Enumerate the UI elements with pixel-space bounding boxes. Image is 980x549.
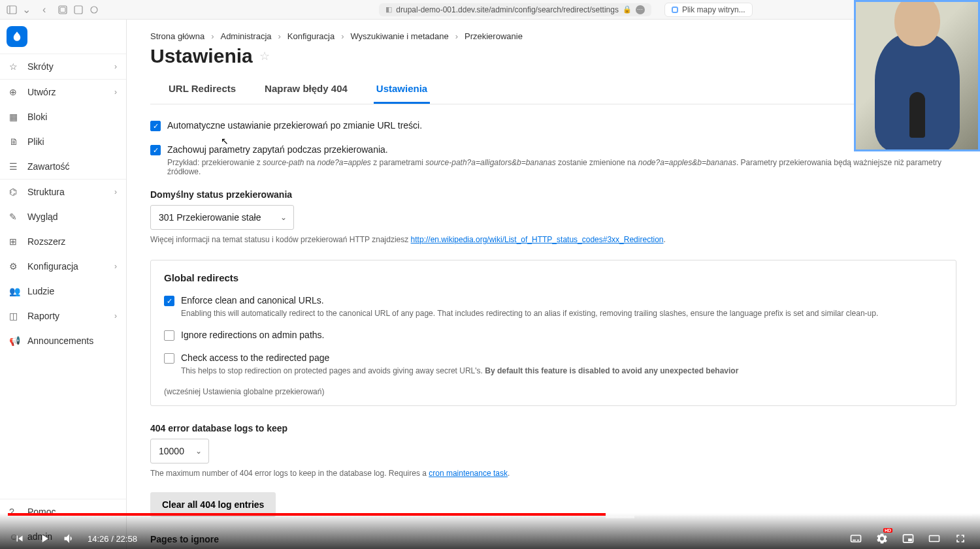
settings-icon[interactable]: HD — [875, 532, 889, 545]
sitemap-link[interactable]: Plik mapy witryn... — [664, 3, 753, 17]
check-access-checkbox[interactable] — [164, 353, 174, 364]
svg-rect-4 — [74, 6, 82, 14]
chevron-down-icon: ⌄ — [280, 213, 287, 222]
window-icon[interactable] — [73, 5, 84, 15]
keep-params-checkbox[interactable]: ✓ — [150, 145, 161, 155]
video-time: 14:26 / 22:58 — [88, 534, 137, 544]
chart-icon: ◫ — [9, 311, 20, 321]
sidebar-item-announcements[interactable]: 📢Announcements — [0, 328, 126, 353]
svg-point-5 — [91, 7, 97, 13]
megaphone-icon: 📢 — [9, 336, 20, 346]
captions-icon[interactable] — [849, 532, 862, 545]
auto-redirect-label: Automatyczne ustawianie przekierowań po … — [167, 120, 422, 131]
logs-keep-select[interactable]: 10000 ⌄ — [150, 439, 209, 463]
global-redirects-fieldset: Global redirects ✓ Enforce clean and can… — [150, 260, 956, 406]
video-player-controls: 14:26 / 22:58 HD — [0, 513, 980, 549]
chevron-right-icon: › — [114, 262, 117, 271]
svg-rect-6 — [851, 535, 861, 542]
global-redirects-title: Global redirects — [164, 272, 943, 283]
video-progress-bar[interactable] — [8, 513, 972, 516]
chevron-right-icon: › — [114, 62, 117, 71]
lock-icon: 🔒 — [623, 5, 632, 14]
clean-urls-checkbox[interactable]: ✓ — [164, 296, 174, 306]
svg-rect-11 — [930, 536, 939, 542]
cron-link[interactable]: cron maintenance task — [429, 469, 508, 478]
default-status-help: Więcej informacji na temat statusu i kod… — [150, 235, 956, 244]
tab-fix-404[interactable]: Napraw błędy 404 — [262, 75, 350, 104]
fullscreen-icon[interactable] — [954, 532, 967, 545]
puzzle-icon: ⊞ — [9, 236, 20, 247]
keep-params-label: Zachowuj parametry zapytań podczas przek… — [167, 144, 388, 155]
breadcrumb: Strona główna› Administracja› Konfigurac… — [150, 31, 956, 41]
global-redirects-footer: (wcześniej Ustawienia globalne przekiero… — [164, 387, 943, 396]
sidebar-item-people[interactable]: 👥Ludzie — [0, 279, 126, 304]
chevron-right-icon: › — [114, 187, 117, 196]
sliders-icon: ⚙ — [9, 261, 20, 272]
back-icon[interactable]: ‹ — [42, 4, 46, 16]
check-access-help: This helps to stop redirection on protec… — [181, 366, 943, 375]
play-icon[interactable] — [38, 532, 51, 545]
sidebar-item-shortcuts[interactable]: ☆Skróty› — [0, 54, 126, 79]
svg-rect-3 — [60, 7, 65, 12]
drupal-logo[interactable] — [7, 26, 27, 47]
miniplayer-icon[interactable] — [902, 532, 915, 545]
sidebar-item-structure[interactable]: ⌬Struktura› — [0, 180, 126, 204]
file-icon: 🗎 — [9, 136, 20, 147]
sidebar-item-blocks[interactable]: ▦Bloki — [0, 104, 126, 129]
site-info-icon: ◧ — [385, 5, 392, 14]
default-status-label: Domyślny status przekierowania — [150, 189, 956, 200]
auto-redirect-checkbox[interactable]: ✓ — [150, 121, 161, 131]
sidebar-item-extend[interactable]: ⊞Rozszerz — [0, 229, 126, 254]
sidebar-item-appearance[interactable]: ✎Wygląd — [0, 204, 126, 229]
clean-urls-help: Enabling this will automatically redirec… — [181, 309, 943, 318]
main-content: Strona główna› Administracja› Konfigurac… — [127, 20, 980, 549]
volume-icon[interactable] — [63, 532, 76, 545]
svg-rect-7 — [853, 540, 856, 541]
previous-icon[interactable] — [13, 532, 26, 545]
check-access-label: Check access to the redirected page — [181, 353, 329, 363]
site-menu-icon[interactable]: ⋯ — [636, 5, 645, 14]
sidebar-item-create[interactable]: ⊕Utwórz› — [0, 80, 126, 104]
plus-icon: ⊕ — [9, 87, 20, 97]
chevron-right-icon: › — [114, 87, 117, 97]
logs-keep-label: 404 error database logs to keep — [150, 423, 956, 433]
admin-sidebar: ☆Skróty› ⊕Utwórz› ▦Bloki 🗎Pliki ☰Zawarto… — [0, 20, 127, 549]
chevron-down-icon: ⌄ — [195, 447, 202, 456]
breadcrumb-link[interactable]: Konfiguracja — [287, 31, 335, 41]
breadcrumb-link[interactable]: Strona główna — [150, 31, 204, 41]
tab-url-redirects[interactable]: URL Redirects — [166, 75, 238, 104]
sidebar-item-files[interactable]: 🗎Pliki — [0, 129, 126, 154]
breadcrumb-link[interactable]: Administracja — [220, 31, 271, 41]
sidebar-item-configuration[interactable]: ⚙Konfiguracja› — [0, 254, 126, 279]
wikipedia-link[interactable]: http://en.wikipedia.org/wiki/List_of_HTT… — [411, 235, 664, 244]
grid-icon: ▦ — [9, 112, 20, 122]
shield-icon[interactable] — [57, 5, 68, 15]
ignore-admin-label: Ignore redirections on admin paths. — [181, 330, 324, 340]
sidebar-item-content[interactable]: ☰Zawartość — [0, 154, 126, 179]
structure-icon: ⌬ — [9, 187, 20, 197]
breadcrumb-link[interactable]: Wyszukiwanie i metadane — [350, 31, 448, 41]
refresh-icon[interactable] — [89, 5, 99, 15]
url-bar[interactable]: ◧ drupal-demo-001.ddev.site/admin/config… — [379, 3, 651, 16]
sidebar-toggle-icon[interactable] — [7, 5, 17, 15]
ignore-admin-checkbox[interactable] — [164, 330, 174, 341]
browser-toolbar: ⌄ ‹ ◧ drupal-demo-001.ddev.site/admin/co… — [0, 0, 980, 20]
brush-icon: ✎ — [9, 212, 20, 222]
keep-params-help: Przykład: przekierowanie z source-path n… — [167, 158, 956, 176]
logs-keep-help: The maximum number of 404 error logs to … — [150, 469, 956, 478]
sidebar-item-reports[interactable]: ◫Raporty› — [0, 304, 126, 328]
link-icon — [672, 7, 678, 13]
people-icon: 👥 — [9, 286, 20, 296]
favorite-star-icon[interactable]: ☆ — [259, 49, 270, 63]
dropdown-icon[interactable]: ⌄ — [22, 3, 31, 16]
default-status-select[interactable]: 301 Przekierowanie stałe ⌄ — [150, 205, 294, 230]
breadcrumb-link[interactable]: Przekierowanie — [465, 31, 523, 41]
tab-settings[interactable]: Ustawienia — [374, 75, 430, 104]
page-title: Ustawienia — [150, 45, 253, 67]
svg-rect-0 — [7, 6, 16, 14]
primary-tabs: URL Redirects Napraw błędy 404 Ustawieni… — [150, 75, 956, 104]
hd-badge: HD — [883, 528, 892, 533]
webcam-overlay — [854, 0, 980, 151]
theater-icon[interactable] — [928, 532, 941, 545]
list-icon: ☰ — [9, 161, 20, 172]
